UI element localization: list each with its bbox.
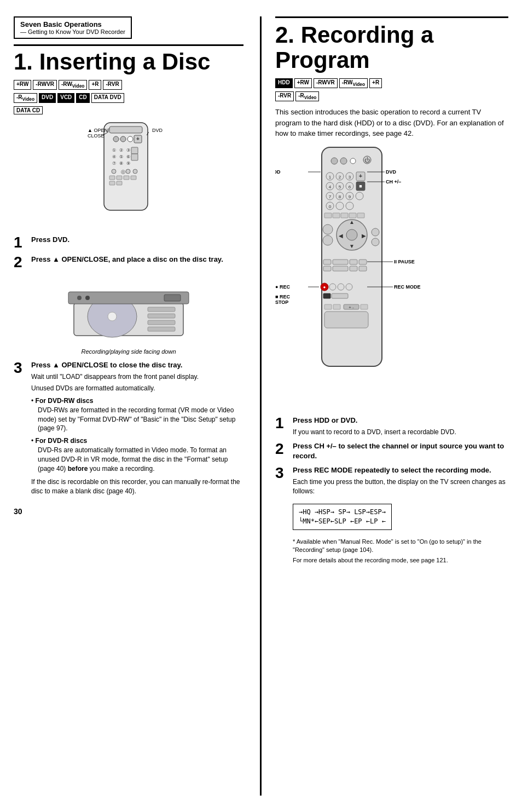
svg-text:REC MODE: REC MODE	[394, 284, 421, 290]
svg-rect-79	[341, 213, 348, 218]
svg-rect-43	[164, 295, 181, 301]
right-step1: 1 Press HDD or DVD. If you want to recor…	[275, 416, 508, 437]
svg-point-18	[112, 169, 116, 174]
svg-point-75	[336, 202, 344, 210]
right-column: 2. Recording a Program HDD +RW -RWVR -RW…	[260, 16, 508, 796]
left-remote-diagram: + ①②③ ④⑤⑥ ⑦⑧⑨ ⓪ ▲ OPEN/ CL	[14, 120, 243, 229]
left-column: Seven Basic Operations — Getting to Know…	[14, 16, 243, 796]
svg-rect-39	[148, 327, 175, 331]
svg-rect-119	[361, 304, 368, 309]
svg-rect-38	[148, 320, 175, 325]
svg-text:▶: ▶	[362, 233, 366, 239]
svg-text:● REC: ● REC	[275, 284, 290, 290]
svg-text:■: ■	[359, 183, 362, 189]
svg-text:④: ④	[112, 154, 116, 159]
svg-text:⑨: ⑨	[126, 161, 130, 166]
svg-rect-98	[350, 266, 357, 271]
svg-rect-95	[359, 260, 367, 264]
svg-point-42	[85, 296, 90, 300]
svg-rect-37	[148, 314, 175, 318]
svg-text:②: ②	[119, 148, 123, 153]
svg-text:7: 7	[329, 194, 332, 199]
svg-point-4	[127, 136, 133, 142]
svg-point-104	[329, 284, 336, 290]
right-step1-text: Press HDD or DVD. If you want to record …	[293, 416, 456, 437]
badge-r-plus-right: +R	[369, 78, 382, 88]
right-remote-svg: ⏻ 1 2 3 + 4 5 6 ■	[275, 145, 450, 407]
step2: 2 Press ▲ OPEN/CLOSE, and place a disc o…	[14, 255, 243, 270]
svg-rect-26	[109, 181, 115, 185]
svg-point-76	[346, 202, 353, 210]
svg-text:DVD: DVD	[152, 128, 163, 133]
svg-rect-110	[332, 293, 348, 298]
disc-tray-diagram: Recording/playing side facing down	[14, 275, 243, 355]
step2-num: 2	[14, 255, 26, 270]
badge-rwvr-right: -RWVR	[314, 78, 338, 88]
svg-point-46	[340, 158, 347, 164]
right-step1-body: If you want to record to a DVD, insert a…	[293, 428, 456, 437]
step3-content: Press ▲ OPEN/CLOSE to close the disc tra…	[31, 360, 243, 496]
svg-point-47	[350, 158, 356, 164]
step3-num: 3	[14, 360, 26, 376]
svg-text:⑧: ⑧	[119, 161, 123, 166]
svg-rect-1	[109, 126, 142, 133]
svg-rect-92	[323, 260, 331, 264]
badge-datadvd: DATA DVD	[91, 93, 124, 103]
svg-text:⓪: ⓪	[121, 170, 125, 175]
page-container: Seven Basic Operations — Getting to Know…	[0, 0, 522, 812]
svg-text:DVD: DVD	[386, 169, 397, 175]
svg-text:8: 8	[339, 194, 341, 199]
step3: 3 Press ▲ OPEN/CLOSE to close the disc t…	[14, 360, 243, 496]
svg-text:③: ③	[126, 148, 130, 153]
left-remote-svg: + ①②③ ④⑤⑥ ⑦⑧⑨ ⓪ ▲ OPEN/ CL	[71, 120, 186, 229]
svg-point-89	[323, 235, 333, 245]
page-number: 30	[14, 507, 243, 516]
header-subtitle: — Getting to Know Your DVD Recorder	[20, 28, 125, 35]
svg-rect-80	[349, 213, 356, 218]
svg-rect-36	[148, 307, 175, 312]
badge-hdd: HDD	[275, 78, 293, 88]
right-remote-diagram: ⏻ 1 2 3 + 4 5 6 ■	[275, 145, 508, 407]
svg-point-91	[372, 238, 379, 246]
svg-text:⑤: ⑤	[119, 154, 123, 159]
svg-point-45	[331, 158, 338, 164]
section2-heading: 2. Recording a Program	[275, 22, 508, 73]
svg-rect-109	[323, 293, 330, 298]
badge-vcd: VCD	[57, 93, 74, 103]
svg-text:STOP: STOP	[275, 300, 288, 305]
badge-rvr: -RVR	[103, 80, 121, 90]
svg-text:4: 4	[329, 185, 332, 189]
svg-text:①: ①	[112, 148, 116, 153]
svg-text:CH +/–: CH +/–	[386, 179, 401, 185]
right-badge-row-2: -RVR -RVideo	[275, 91, 508, 101]
svg-text:■ REC: ■ REC	[275, 294, 290, 300]
svg-rect-22	[109, 176, 115, 180]
svg-point-21	[133, 169, 137, 174]
right-step3: 3 Press REC MODE repeatedly to select th…	[275, 465, 508, 565]
badge-rwvideo: -RWVideo	[59, 80, 87, 90]
svg-text:II PAUSE: II PAUSE	[394, 259, 415, 264]
svg-text:0: 0	[329, 204, 332, 209]
svg-text:1: 1	[329, 175, 332, 180]
svg-text:+  -: + -	[349, 305, 354, 310]
svg-rect-27	[117, 181, 122, 185]
svg-rect-97	[333, 266, 348, 271]
svg-text:2: 2	[339, 175, 341, 180]
svg-rect-99	[359, 266, 367, 271]
svg-text:3: 3	[349, 175, 351, 180]
svg-point-35	[108, 312, 117, 321]
right-step3-content: Press REC MODE repeatedly to select the …	[293, 465, 508, 565]
right-badge-row-1: HDD +RW -RWVR -RWVideo +R	[275, 78, 508, 88]
svg-point-20	[126, 169, 130, 174]
right-step2-text: Press CH +/– to select the channel or in…	[293, 441, 508, 461]
svg-rect-93	[333, 260, 348, 264]
svg-text:▲ OPEN/: ▲ OPEN/	[88, 128, 109, 133]
svg-rect-120	[324, 312, 368, 328]
svg-text:◀: ◀	[339, 233, 343, 239]
right-step3-num: 3	[275, 465, 287, 481]
svg-rect-25	[131, 176, 136, 180]
svg-rect-10	[131, 147, 138, 154]
right-step3-body: Each time you press the button, the disp…	[293, 477, 508, 565]
svg-point-106	[346, 284, 352, 290]
svg-text:▲: ▲	[349, 219, 355, 225]
